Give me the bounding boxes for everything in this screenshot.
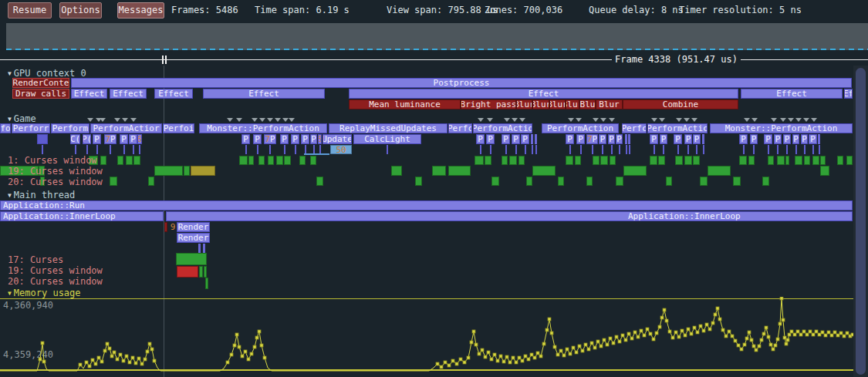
message-marker-icon[interactable] <box>795 118 802 122</box>
thread-label-20-curses-window-bottom[interactable]: 20: Curses window <box>8 276 103 287</box>
zone[interactable] <box>837 156 843 165</box>
zone[interactable] <box>299 156 306 165</box>
message-marker-icon[interactable] <box>744 118 750 122</box>
zone[interactable] <box>258 156 265 165</box>
messages-button[interactable]: Messages <box>117 2 164 19</box>
zone-fo[interactable]: fo <box>0 123 11 133</box>
zone-p[interactable]: P <box>566 134 574 144</box>
zone[interactable] <box>812 156 819 165</box>
zone[interactable] <box>702 134 704 144</box>
zone-p[interactable]: P <box>684 134 692 144</box>
zone[interactable] <box>566 156 573 165</box>
zone[interactable] <box>310 156 316 165</box>
zone-application-innerloop[interactable]: Application::InnerLoop <box>166 211 853 221</box>
zone-monster-performaction[interactable]: Monster::PerformAction <box>199 123 327 133</box>
zone-p[interactable]: P <box>280 134 289 144</box>
zone-p[interactable]: P <box>301 134 309 144</box>
zone-postprocess[interactable]: Postprocess <box>71 78 852 88</box>
zone[interactable] <box>148 177 154 186</box>
message-marker-icon[interactable] <box>780 118 786 122</box>
section-memory-usage[interactable]: ▼Memory usage <box>8 288 81 298</box>
message-marker-icon[interactable] <box>504 118 510 122</box>
zone[interactable] <box>154 166 183 176</box>
collapse-triangle-icon[interactable]: ▼ <box>8 116 12 123</box>
message-marker-icon[interactable] <box>659 118 665 122</box>
message-marker-icon[interactable] <box>771 118 777 122</box>
zone-p[interactable]: P <box>739 134 748 144</box>
message-marker-icon[interactable] <box>100 118 106 122</box>
zone[interactable] <box>432 166 446 176</box>
zone-replaymissedupdates[interactable]: ReplayMissedUpdates <box>329 123 448 133</box>
zone-renderconte[interactable]: RenderConte <box>12 78 69 88</box>
section-game-thread[interactable]: ▼Game <box>8 113 36 124</box>
zone[interactable] <box>532 166 556 176</box>
zone-application-innerloop[interactable]: Application::InnerLoop <box>0 211 164 221</box>
zone-render[interactable]: Render <box>177 233 210 243</box>
zone[interactable] <box>623 166 647 176</box>
message-marker-icon[interactable] <box>275 118 281 122</box>
zone[interactable] <box>818 134 820 144</box>
zone[interactable] <box>191 166 215 176</box>
zone-50[interactable]: 50 <box>330 145 352 154</box>
zone-p[interactable]: P <box>521 134 529 144</box>
scrollbar-thumb[interactable] <box>856 68 866 375</box>
collapse-triangle-icon[interactable]: ▼ <box>8 290 12 297</box>
message-marker-icon[interactable] <box>487 118 493 122</box>
zone-p[interactable]: P <box>674 134 682 144</box>
message-marker-icon[interactable] <box>130 118 137 122</box>
collapse-triangle-icon[interactable]: ▼ <box>8 192 12 199</box>
zone[interactable] <box>184 166 190 176</box>
zone-effect[interactable]: Effect <box>741 89 843 99</box>
zone[interactable] <box>650 156 657 165</box>
zone[interactable] <box>600 156 608 165</box>
zone[interactable] <box>448 166 471 176</box>
zone-performactic[interactable]: PerformActic <box>647 123 708 133</box>
zone[interactable] <box>268 156 274 165</box>
zone[interactable] <box>733 177 741 186</box>
collapse-triangle-icon[interactable]: ▼ <box>8 70 12 77</box>
zone-p[interactable]: P <box>93 134 101 144</box>
options-button[interactable]: Options <box>59 2 102 19</box>
zone-perfc[interactable]: Perfc <box>448 123 472 133</box>
zone[interactable] <box>666 177 672 186</box>
message-marker-icon[interactable] <box>87 118 93 122</box>
zone[interactable] <box>804 156 810 165</box>
zone[interactable] <box>628 134 630 144</box>
thread-label-17-curses[interactable]: 17: Curses <box>8 254 63 265</box>
zone[interactable] <box>675 156 683 165</box>
zone-p[interactable]: 7P <box>264 134 276 144</box>
zone-9[interactable]: 9 <box>169 222 177 232</box>
message-marker-icon[interactable] <box>576 118 582 122</box>
zone[interactable] <box>658 156 665 165</box>
zone-p[interactable]: P <box>120 134 128 144</box>
zone-blur[interactable]: Blur <box>532 99 549 109</box>
zone-p[interactable]: P <box>801 134 808 144</box>
zone-p[interactable]: P <box>792 134 799 144</box>
zone-p-[interactable]: P( <box>83 134 91 144</box>
message-marker-icon[interactable] <box>788 118 794 122</box>
zone[interactable] <box>518 156 525 165</box>
zone-p[interactable]: P <box>660 134 667 144</box>
message-marker-icon[interactable] <box>512 118 518 122</box>
zone-p[interactable]: P <box>774 134 782 144</box>
zone-p[interactable]: P <box>616 134 623 144</box>
zone-p[interactable]: P <box>783 134 791 144</box>
message-marker-icon[interactable] <box>289 118 295 122</box>
zone[interactable] <box>795 156 802 165</box>
zone-c-[interactable]: C( <box>70 134 80 144</box>
message-marker-icon[interactable] <box>282 118 289 122</box>
zone-p[interactable]: P <box>576 134 585 144</box>
zone-effect[interactable]: Effect <box>349 89 738 99</box>
zone-bright-pass[interactable]: Bright pass <box>461 99 516 109</box>
zone[interactable] <box>846 156 853 165</box>
zone[interactable] <box>176 253 207 265</box>
zone[interactable] <box>199 266 203 278</box>
zone[interactable] <box>100 156 106 165</box>
message-marker-icon[interactable] <box>593 118 599 122</box>
zone[interactable] <box>700 177 708 186</box>
zone-p[interactable]: 7P <box>104 134 117 144</box>
zone[interactable]: 6 <box>318 134 322 144</box>
section-main-thread[interactable]: ▼Main thread <box>8 190 75 200</box>
zone[interactable] <box>820 166 829 176</box>
zone[interactable] <box>391 166 402 176</box>
